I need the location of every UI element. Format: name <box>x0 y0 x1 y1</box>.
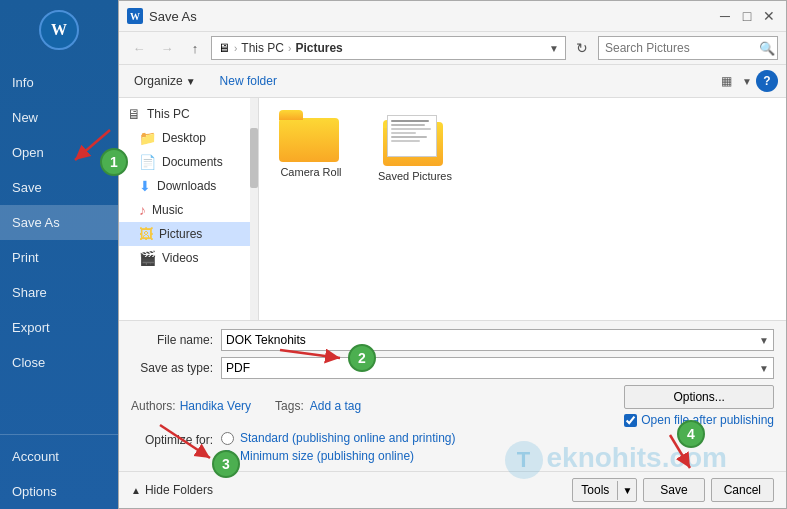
maximize-button[interactable]: □ <box>738 7 756 25</box>
titlebar: W Save As ─ □ ✕ <box>119 1 786 32</box>
annotation-4: 4 <box>677 420 705 448</box>
filetype-row: Save as type: PDF ▼ <box>131 357 774 379</box>
view-button[interactable]: ▦ <box>714 69 738 93</box>
toolbar: Organize ▼ New folder ▦ ▼ ? <box>119 65 786 98</box>
add-tag-link[interactable]: Add a tag <box>310 399 361 413</box>
hide-folders-button[interactable]: ▲ Hide Folders <box>131 483 213 497</box>
refresh-button[interactable]: ↻ <box>570 36 594 60</box>
camera-roll-label: Camera Roll <box>280 166 341 178</box>
new-folder-button[interactable]: New folder <box>211 71 286 91</box>
sidebar-item-save[interactable]: Save <box>0 170 118 205</box>
address-part-thispc: This PC <box>241 41 284 55</box>
sidebar-item-export[interactable]: Export <box>0 310 118 345</box>
bottom-right: Tools ▼ Save Cancel <box>572 478 774 502</box>
optimize-minimum-label: Minimum size (publishing online) <box>221 449 455 463</box>
address-icon: 🖥 <box>218 41 230 55</box>
nav-item-music[interactable]: ♪ Music <box>119 198 258 222</box>
filename-label: File name: <box>131 333 221 347</box>
organize-button[interactable]: Organize ▼ <box>127 71 203 91</box>
sidebar-item-account[interactable]: Account <box>0 439 118 474</box>
sidebar-bottom: Account Options <box>0 430 118 509</box>
scrollbar-thumb[interactable] <box>250 128 258 188</box>
filetype-label: Save as type: <box>131 361 221 375</box>
search-box: 🔍 <box>598 36 778 60</box>
filename-row: File name: ▼ <box>131 329 774 351</box>
back-button[interactable]: ← <box>127 36 151 60</box>
nav-item-thispc[interactable]: 🖥 This PC <box>119 102 258 126</box>
search-input[interactable] <box>605 41 755 55</box>
titlebar-left: W Save As <box>127 8 197 24</box>
tags-section: Tags: Add a tag <box>275 399 361 413</box>
sidebar-item-options[interactable]: Options <box>0 474 118 509</box>
open-after-checkbox[interactable] <box>624 414 637 427</box>
sidebar-item-print[interactable]: Print <box>0 240 118 275</box>
navigation-bar: ← → ↑ 🖥 › This PC › Pictures ▼ ↻ 🔍 <box>119 32 786 65</box>
nav-item-downloads[interactable]: ⬇ Downloads <box>119 174 258 198</box>
nav-item-desktop[interactable]: 📁 Desktop <box>119 126 258 150</box>
up-button[interactable]: ↑ <box>183 36 207 60</box>
filetype-dropdown-icon[interactable]: ▼ <box>759 363 769 374</box>
sidebar-item-new[interactable]: New <box>0 100 118 135</box>
optimize-standard-label: Standard (publishing online and printing… <box>221 431 455 445</box>
folder-camera-roll[interactable]: Camera Roll <box>271 110 351 178</box>
authors-value[interactable]: Handika Very <box>180 399 251 413</box>
cancel-button[interactable]: Cancel <box>711 478 774 502</box>
sidebar-item-save-as[interactable]: Save As <box>0 205 118 240</box>
saved-pictures-label: Saved Pictures <box>378 170 452 182</box>
videos-icon: 🎬 <box>139 250 156 266</box>
scrollbar-track <box>250 98 258 320</box>
tools-container: Tools ▼ <box>572 478 637 502</box>
options-button[interactable]: Options... <box>624 385 774 409</box>
address-dropdown-icon[interactable]: ▼ <box>549 43 559 54</box>
content-area: 🖥 This PC 📁 Desktop 📄 Documents ⬇ Downlo… <box>119 98 786 320</box>
word-logo: W <box>39 10 79 50</box>
optimize-radio-group: Standard (publishing online and printing… <box>221 431 455 463</box>
window-controls: ─ □ ✕ <box>716 7 778 25</box>
filetype-select-container[interactable]: PDF ▼ <box>221 357 774 379</box>
pictures-icon: 🖼 <box>139 226 153 242</box>
filename-input[interactable] <box>226 333 759 347</box>
hide-folders-arrow-icon: ▲ <box>131 485 141 496</box>
view-dropdown-icon: ▼ <box>742 76 752 87</box>
options-column: Options... Open file after publishing <box>624 385 774 427</box>
sidebar: W Info New Open Save Save As Print Share… <box>0 0 118 509</box>
nav-item-pictures[interactable]: 🖼 Pictures <box>119 222 258 246</box>
folder-icon: 📁 <box>139 130 156 146</box>
close-button[interactable]: ✕ <box>760 7 778 25</box>
downloads-icon: ⬇ <box>139 178 151 194</box>
folder-saved-pictures[interactable]: Saved Pictures <box>375 110 455 182</box>
tools-dropdown-icon[interactable]: ▼ <box>617 481 636 500</box>
optimize-label: Optimize for: <box>131 431 221 447</box>
meta-row: Authors: Handika Very Tags: Add a tag Op… <box>131 385 774 427</box>
sidebar-item-info[interactable]: Info <box>0 65 118 100</box>
monitor-icon: 🖥 <box>127 106 141 122</box>
search-icon: 🔍 <box>759 41 775 56</box>
authors-label: Authors: <box>131 399 176 413</box>
filename-input-container[interactable]: ▼ <box>221 329 774 351</box>
sidebar-item-close[interactable]: Close <box>0 345 118 380</box>
dialog-title: Save As <box>149 9 197 24</box>
address-part-pictures: Pictures <box>295 41 342 55</box>
filename-dropdown-icon[interactable]: ▼ <box>759 335 769 346</box>
forward-button[interactable]: → <box>155 36 179 60</box>
minimize-button[interactable]: ─ <box>716 7 734 25</box>
sidebar-item-share[interactable]: Share <box>0 275 118 310</box>
nav-item-videos[interactable]: 🎬 Videos <box>119 246 258 270</box>
annotation-2: 2 <box>348 344 376 372</box>
help-button[interactable]: ? <box>756 70 778 92</box>
music-icon: ♪ <box>139 202 146 218</box>
authors-section: Authors: Handika Very <box>131 399 251 413</box>
sidebar-divider <box>0 434 118 435</box>
organize-dropdown-icon: ▼ <box>186 76 196 87</box>
tags-label: Tags: <box>275 399 304 413</box>
tools-label[interactable]: Tools <box>573 479 617 501</box>
save-button[interactable]: Save <box>643 478 704 502</box>
docs-icon: 📄 <box>139 154 156 170</box>
address-bar[interactable]: 🖥 › This PC › Pictures ▼ <box>211 36 566 60</box>
nav-item-documents[interactable]: 📄 Documents <box>119 150 258 174</box>
files-area: Camera Roll <box>259 98 786 320</box>
annotation-1: 1 <box>100 148 128 176</box>
toolbar-right: ▦ ▼ ? <box>714 69 778 93</box>
optimize-standard-radio[interactable] <box>221 432 234 445</box>
filetype-value: PDF <box>226 361 250 375</box>
